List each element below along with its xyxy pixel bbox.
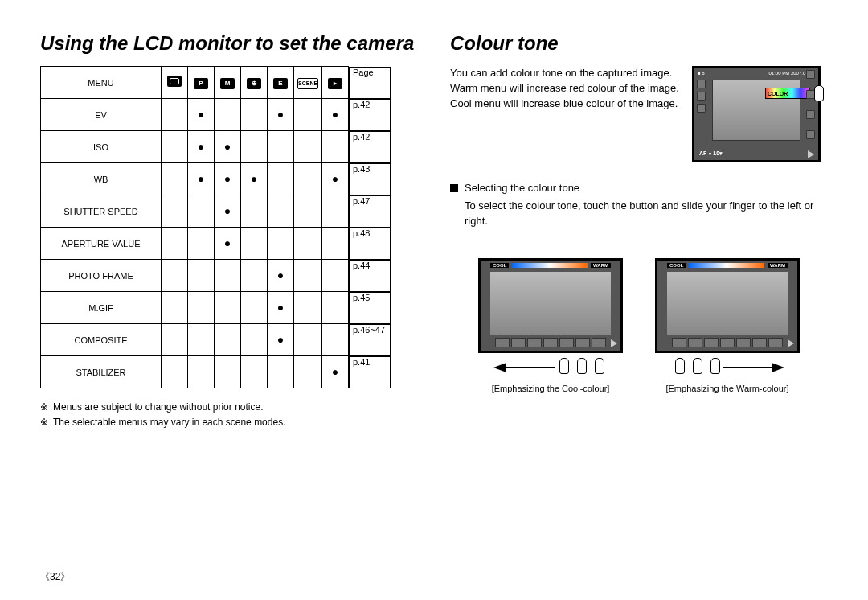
filmstrip (657, 337, 797, 348)
table-row: PHOTO FRAME●p.44 (41, 260, 418, 292)
cam-right-icon (806, 70, 815, 79)
arrow-right-icon (772, 363, 784, 372)
feature-cell (268, 228, 294, 260)
feature-cell: ● (268, 260, 294, 292)
dot-icon: ● (224, 236, 231, 249)
mode-scene-icon: SCENE (294, 67, 322, 99)
play-icon (611, 339, 617, 347)
dot-icon: ● (332, 365, 338, 378)
warm-caption: [Emphasizing the Warm-colour] (655, 384, 800, 393)
feature-cell (294, 260, 322, 292)
row-label: STABILIZER (41, 356, 162, 388)
row-page: p.45 (349, 292, 391, 324)
feature-cell (241, 99, 268, 131)
hand-pointer-icon (690, 358, 704, 377)
feature-cell (215, 260, 241, 292)
arrow-left-icon (493, 363, 506, 372)
feature-cell (241, 131, 268, 163)
feature-cell: ● (268, 292, 294, 324)
feature-cell (294, 163, 322, 195)
feature-cell (188, 195, 215, 228)
dot-icon: ● (277, 269, 284, 282)
dot-icon: ● (198, 172, 204, 185)
table-row: APERTURE VALUE●p.48 (41, 228, 418, 260)
row-label: M.GIF (41, 292, 162, 324)
header-menu: MENU (41, 67, 162, 99)
intro-line-3: Cool menu will increase blue colour of t… (450, 97, 679, 112)
cam1-topbar-left: ■ 8 (698, 71, 705, 76)
tone-slider[interactable] (512, 263, 588, 268)
row-page: p.48 (349, 228, 391, 260)
feature-cell (215, 99, 241, 131)
feature-cell: ● (268, 324, 294, 356)
hand-pointer-icon (811, 85, 825, 105)
feature-cell (241, 228, 268, 260)
feature-cell: ● (188, 131, 215, 163)
right-heading: Colour tone (450, 32, 828, 55)
intro-text: You can add colour tone on the captured … (450, 66, 679, 112)
square-bullet-icon (450, 184, 458, 192)
feature-cell (241, 195, 268, 228)
hand-pointer-icon (707, 358, 722, 377)
feature-cell: ● (215, 195, 241, 228)
feature-cell: ● (322, 99, 349, 131)
feature-cell (188, 324, 215, 356)
menu-table: MENU P M ⊕ E SCENE ▸ Page EV●●●p.42ISO●●… (40, 66, 418, 388)
dot-icon: ● (332, 172, 338, 185)
cam-left-icon (697, 104, 706, 113)
cam-right-icon (806, 130, 815, 139)
note-1: Menus are subject to change without prio… (53, 400, 263, 415)
mode-effect-icon: E (268, 67, 294, 99)
feature-cell (322, 324, 349, 356)
row-label: APERTURE VALUE (41, 228, 162, 260)
hand-pointer-icon (574, 358, 588, 377)
mode-movie-icon: ▸ (322, 67, 349, 99)
dot-icon: ● (251, 172, 257, 185)
dot-icon: ● (224, 172, 231, 185)
note-2: The selectable menus may vary in each sc… (53, 415, 285, 430)
notes: ※Menus are subject to change without pri… (40, 400, 418, 430)
feature-cell (241, 356, 268, 388)
note-mark: ※ (40, 400, 48, 415)
left-heading: Using the LCD monitor to set the camera (40, 32, 418, 55)
feature-cell (162, 195, 188, 228)
feature-cell: ● (188, 99, 215, 131)
subsection-heading: Selecting the colour tone (465, 182, 579, 194)
tone-slider[interactable] (689, 263, 764, 268)
feature-cell: ● (215, 131, 241, 163)
feature-cell (268, 195, 294, 228)
feature-cell (268, 356, 294, 388)
feature-cell (215, 324, 241, 356)
feature-cell (294, 131, 322, 163)
feature-cell (162, 356, 188, 388)
table-row: STABILIZER●p.41 (41, 356, 418, 388)
hand-pointer-icon (672, 358, 686, 377)
hand-pointer-icon (592, 358, 606, 377)
row-label: SHUTTER SPEED (41, 195, 162, 228)
feature-cell: ● (268, 99, 294, 131)
mode-dual-icon: ⊕ (241, 67, 268, 99)
feature-cell (294, 195, 322, 228)
feature-cell (215, 356, 241, 388)
cool-label: COOL (667, 263, 686, 268)
row-page: p.46~47 (349, 324, 391, 356)
dot-icon: ● (224, 140, 231, 153)
feature-cell (188, 356, 215, 388)
table-row: SHUTTER SPEED●p.47 (41, 195, 418, 228)
camera-screen-cool: COOL WARM (478, 258, 623, 353)
table-header-row: MENU P M ⊕ E SCENE ▸ Page (41, 67, 418, 99)
camera-screen-warm: COOL WARM (655, 258, 800, 353)
feature-cell (322, 260, 349, 292)
swipe-right-gesture (655, 358, 800, 377)
cam-left-icon (697, 80, 706, 88)
color-tone-button[interactable]: COLOR (765, 88, 810, 99)
feature-cell (268, 131, 294, 163)
warm-label: WARM (591, 263, 611, 268)
row-page: p.42 (349, 99, 391, 131)
feature-cell (162, 292, 188, 324)
dot-icon: ● (224, 204, 231, 217)
feature-cell (294, 292, 322, 324)
table-row: EV●●●p.42 (41, 99, 418, 131)
filmstrip (481, 337, 620, 348)
intro-line-2: Warm menu will increase red colour of th… (450, 81, 679, 97)
